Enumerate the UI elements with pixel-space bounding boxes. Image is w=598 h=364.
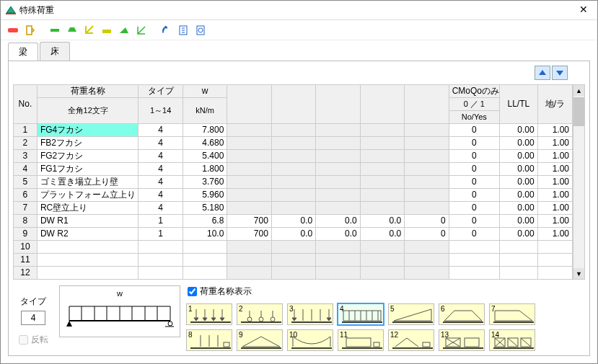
type-input[interactable]	[21, 311, 45, 325]
shape-type-4[interactable]: 4	[338, 303, 384, 325]
cell-extra[interactable]	[405, 267, 449, 280]
table-row[interactable]: 8DW R116.87000.00.00.0000.001.00	[14, 215, 573, 228]
cell-w[interactable]	[183, 267, 227, 280]
cell-extra[interactable]	[227, 150, 271, 163]
cell-type[interactable]: 4	[138, 202, 183, 215]
table-row[interactable]: 6プラットフォーム立上り45.96000.001.00	[14, 189, 573, 202]
cell-extra[interactable]	[227, 189, 271, 202]
cell-extra[interactable]: 0	[405, 215, 449, 228]
tab-beam[interactable]: 梁	[8, 43, 38, 61]
cell-type[interactable]: 4	[138, 150, 183, 163]
cell-lltl[interactable]: 0.00	[499, 215, 537, 228]
table-row[interactable]: 9DW R2110.07000.00.00.0000.001.00	[14, 228, 573, 241]
cell-name[interactable]: DW R1	[37, 215, 138, 228]
shape-type-7[interactable]: 7	[489, 303, 535, 325]
cell-cmoqo[interactable]: 0	[449, 137, 499, 150]
cell-jira[interactable]: 1.00	[537, 163, 572, 176]
cell-name[interactable]: ゴミ置き場立上り壁	[37, 176, 138, 189]
cell-jira[interactable]	[537, 267, 572, 280]
cell-extra[interactable]: 700	[227, 215, 271, 228]
cell-lltl[interactable]: 0.00	[499, 202, 537, 215]
cell-extra[interactable]: 0.0	[316, 228, 360, 241]
tool-icon-10[interactable]	[175, 22, 191, 38]
cell-extra[interactable]	[316, 124, 360, 137]
shape-type-3[interactable]: 3	[287, 303, 333, 325]
shape-type-9[interactable]: 9	[237, 329, 283, 351]
cell-extra[interactable]	[360, 241, 404, 254]
cell-jira[interactable]: 1.00	[537, 189, 572, 202]
tool-icon-6[interactable]	[99, 22, 115, 38]
cell-extra[interactable]	[360, 124, 404, 137]
table-body[interactable]: 1FG4フカシ47.80000.001.002FB2フカシ44.68000.00…	[14, 124, 573, 280]
cell-type[interactable]	[138, 267, 183, 280]
cell-extra[interactable]	[316, 163, 360, 176]
table-row[interactable]: 1FG4フカシ47.80000.001.00	[14, 124, 573, 137]
tool-icon-2[interactable]	[22, 22, 38, 38]
cell-w[interactable]: 5.400	[183, 150, 227, 163]
cell-extra[interactable]	[405, 137, 449, 150]
cell-extra[interactable]: 0.0	[271, 215, 315, 228]
cell-lltl[interactable]	[499, 267, 537, 280]
cell-extra[interactable]	[227, 202, 271, 215]
cell-w[interactable]	[183, 254, 227, 267]
cell-type[interactable]: 4	[138, 189, 183, 202]
cell-extra[interactable]	[405, 176, 449, 189]
tool-icon-11[interactable]	[193, 22, 208, 38]
cell-extra[interactable]	[316, 267, 360, 280]
shape-type-10[interactable]: 10	[287, 329, 333, 351]
tool-icon-4[interactable]	[64, 22, 80, 38]
cell-extra[interactable]	[360, 254, 404, 267]
cell-type[interactable]	[138, 254, 183, 267]
cell-extra[interactable]	[316, 137, 360, 150]
cell-type[interactable]	[138, 241, 183, 254]
cell-extra[interactable]: 0.0	[360, 228, 404, 241]
cell-w[interactable]: 3.760	[183, 176, 227, 189]
cell-jira[interactable]: 1.00	[537, 137, 572, 150]
cell-type[interactable]: 4	[138, 124, 183, 137]
cell-w[interactable]: 10.0	[183, 228, 227, 241]
cell-extra[interactable]	[316, 176, 360, 189]
shape-type-1[interactable]: 1	[186, 303, 232, 325]
cell-cmoqo[interactable]: 0	[449, 215, 499, 228]
move-up-button[interactable]	[535, 66, 550, 80]
cell-extra[interactable]	[405, 241, 449, 254]
cell-extra[interactable]	[360, 150, 404, 163]
cell-w[interactable]: 1.800	[183, 163, 227, 176]
cell-name[interactable]: プラットフォーム立上り	[37, 189, 138, 202]
cell-w[interactable]: 7.800	[183, 124, 227, 137]
cell-cmoqo[interactable]: 0	[449, 189, 499, 202]
cell-extra[interactable]	[405, 163, 449, 176]
cell-cmoqo[interactable]	[449, 241, 499, 254]
cell-extra[interactable]: 700	[227, 228, 271, 241]
cell-name[interactable]	[37, 241, 138, 254]
cell-extra[interactable]	[316, 241, 360, 254]
table-row[interactable]: 7RC壁立上り45.18000.001.00	[14, 202, 573, 215]
cell-extra[interactable]	[360, 202, 404, 215]
cell-extra[interactable]: 0	[405, 228, 449, 241]
cell-extra[interactable]	[316, 254, 360, 267]
cell-lltl[interactable]	[499, 254, 537, 267]
cell-extra[interactable]	[271, 189, 315, 202]
cell-cmoqo[interactable]: 0	[449, 176, 499, 189]
cell-name[interactable]: FG2フカシ	[37, 150, 138, 163]
cell-extra[interactable]	[227, 163, 271, 176]
cell-extra[interactable]	[360, 189, 404, 202]
cell-extra[interactable]	[227, 137, 271, 150]
cell-extra[interactable]	[227, 267, 271, 280]
cell-extra[interactable]	[360, 137, 404, 150]
cell-jira[interactable]	[537, 254, 572, 267]
cell-lltl[interactable]: 0.00	[499, 124, 537, 137]
cell-extra[interactable]	[405, 202, 449, 215]
cell-extra[interactable]	[405, 124, 449, 137]
shape-type-2[interactable]: 2	[237, 303, 283, 325]
cell-cmoqo[interactable]: 0	[449, 202, 499, 215]
cell-w[interactable]: 5.180	[183, 202, 227, 215]
cell-extra[interactable]	[360, 163, 404, 176]
cell-jira[interactable]: 1.00	[537, 202, 572, 215]
cell-lltl[interactable]: 0.00	[499, 150, 537, 163]
tool-icon-1[interactable]	[5, 22, 21, 38]
load-table[interactable]: No. 荷重名称 タイプ w CMoQoのみ LL/TL 地/ラ 全角12文字 …	[13, 84, 573, 280]
cell-extra[interactable]	[360, 176, 404, 189]
tab-floor[interactable]: 床	[40, 42, 70, 61]
cell-extra[interactable]	[316, 202, 360, 215]
